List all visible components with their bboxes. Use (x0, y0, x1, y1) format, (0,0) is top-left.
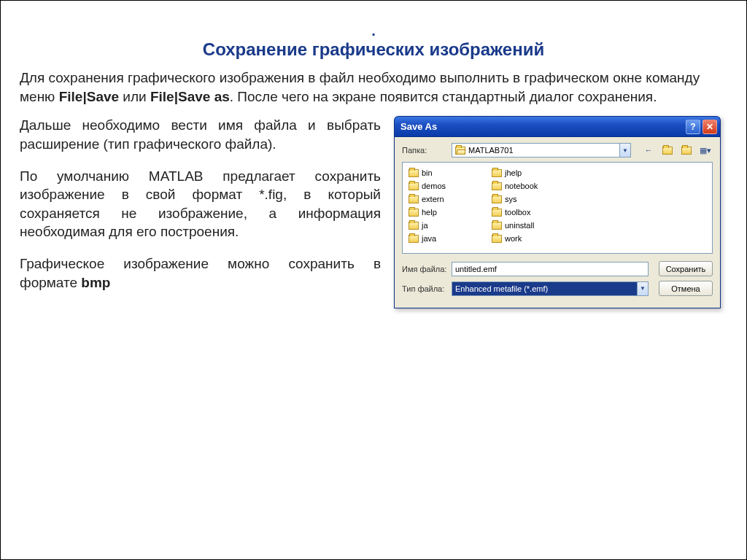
file-list[interactable]: bin demos extern help ja java jhelp note… (402, 162, 713, 254)
save-as-dialog: Save As ? ✕ Папка: MATLAB701 ▼ ← (394, 116, 721, 308)
text-column: Дальше необходимо вести имя файла и выбр… (20, 116, 381, 308)
folder-icon (409, 222, 419, 230)
folder-label: Папка: (402, 146, 447, 155)
new-folder-button[interactable] (679, 143, 694, 158)
intro-paragraph: Для сохранения графического изображения … (15, 69, 732, 116)
list-item[interactable]: notebook (492, 180, 553, 192)
paragraph-1: Дальше необходимо вести имя файла и выбр… (20, 116, 381, 153)
view-menu-button[interactable]: ▦▾ (698, 143, 713, 158)
folder-combo[interactable]: MATLAB701 ▼ (452, 143, 631, 158)
chevron-down-icon[interactable]: ▼ (637, 282, 648, 295)
para3-bold: bmp (81, 275, 110, 290)
back-button[interactable]: ← (641, 143, 656, 158)
dialog-titlebar[interactable]: Save As ? ✕ (394, 116, 721, 136)
folder-icon (409, 169, 419, 177)
list-item[interactable]: ja (409, 219, 470, 231)
close-button[interactable]: ✕ (703, 120, 717, 134)
folder-icon (409, 195, 419, 203)
folder-icon (409, 209, 419, 217)
new-folder-icon (681, 147, 692, 155)
filetype-value: Enhanced metafile (*.emf) (455, 284, 548, 293)
chevron-down-icon[interactable]: ▼ (619, 144, 630, 157)
list-item[interactable]: extern (409, 193, 470, 205)
folder-icon (409, 182, 419, 190)
intro-suffix: . После чего на экране появится стандарт… (230, 89, 657, 104)
folder-icon (492, 235, 502, 243)
list-item[interactable]: jhelp (492, 167, 553, 179)
filetype-label: Тип файла: (402, 284, 447, 293)
filename-input[interactable]: untitled.emf (452, 262, 649, 276)
cancel-button[interactable]: Отмена (659, 281, 713, 296)
help-button[interactable]: ? (686, 120, 700, 134)
list-item[interactable]: work (492, 233, 553, 244)
list-item[interactable]: demos (409, 180, 470, 192)
filename-label: Имя файла: (402, 265, 447, 273)
list-item[interactable]: toolbox (492, 206, 553, 218)
up-folder-button[interactable] (660, 143, 675, 158)
folder-icon (409, 235, 419, 243)
intro-bold2: File|Save as (150, 89, 230, 104)
list-item[interactable]: bin (409, 167, 470, 179)
folder-icon (492, 182, 502, 190)
intro-bold1: File|Save (59, 89, 119, 104)
folder-up-icon (662, 147, 673, 155)
folder-icon (492, 222, 502, 230)
para3-text: Графическое изображение можно сохранить … (20, 256, 381, 290)
list-item[interactable]: uninstall (492, 219, 553, 231)
folder-icon (492, 195, 502, 203)
intro-mid: или (119, 89, 150, 104)
folder-value: MATLAB701 (468, 146, 514, 155)
paragraph-2: По умолчанию MATLAB предлагает сохранить… (20, 167, 381, 242)
list-item[interactable]: help (409, 206, 470, 218)
save-button[interactable]: Сохранить (659, 261, 713, 276)
page-title: Сохранение графических изображений (15, 39, 732, 60)
folder-icon (492, 169, 502, 177)
list-item[interactable]: sys (492, 193, 553, 205)
list-item[interactable]: java (409, 233, 470, 244)
title-dot: . (15, 23, 732, 39)
filetype-combo[interactable]: Enhanced metafile (*.emf) ▼ (452, 281, 649, 296)
dialog-title: Save As (400, 121, 437, 132)
folder-open-icon (455, 147, 465, 155)
paragraph-3: Графическое изображение можно сохранить … (20, 254, 381, 292)
folder-icon (492, 209, 502, 217)
